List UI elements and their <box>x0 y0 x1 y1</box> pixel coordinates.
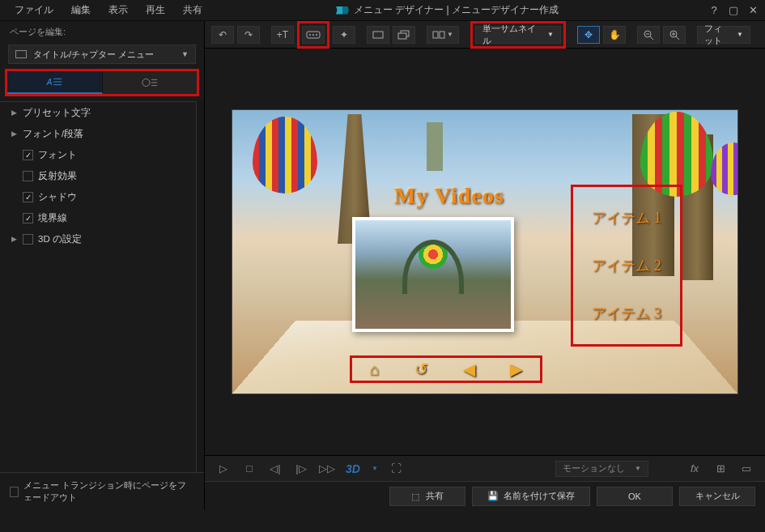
maximize-button[interactable]: ▢ <box>728 4 739 16</box>
svg-point-10 <box>312 34 314 36</box>
undo-button[interactable]: ↶ <box>211 26 234 44</box>
grid-button[interactable]: ⊞ <box>713 462 728 476</box>
rect-tool-button[interactable] <box>367 26 389 44</box>
work-area: ↶ ↷ +T ✦ ▼ 単一サムネイル ▼ ✥ ✋ <box>205 21 765 510</box>
chevron-down-icon: ▼ <box>737 31 743 38</box>
chevron-down-icon: ▼ <box>181 50 189 58</box>
svg-point-9 <box>309 34 311 36</box>
pan-tool-button[interactable]: ✋ <box>603 26 626 44</box>
3d-checkbox[interactable] <box>23 234 33 245</box>
shadow-checkbox[interactable] <box>23 192 33 202</box>
page-select-dropdown[interactable]: タイトル/チャプター メニュー ▼ <box>8 45 196 64</box>
safe-zone-button[interactable]: ▭ <box>739 462 754 476</box>
move-tool-button[interactable]: ✥ <box>577 26 600 44</box>
page-select-label: タイトル/チャプター メニュー <box>33 49 181 61</box>
app-logo-icon <box>336 6 349 15</box>
share-button[interactable]: ⬚ 共有 <box>389 487 465 506</box>
save-icon: 💾 <box>487 491 499 501</box>
redo-button[interactable]: ↷ <box>237 26 260 44</box>
svg-rect-16 <box>440 32 444 38</box>
chapter-item-1[interactable]: アイテム 1 <box>576 208 677 228</box>
statue-graphic <box>427 122 443 171</box>
panel-3d-settings[interactable]: ▶3D の設定 <box>6 228 189 249</box>
play-button[interactable]: ▷ <box>216 462 231 476</box>
video-thumbnail[interactable] <box>352 217 514 332</box>
footer-bar: ⬚ 共有 💾 名前を付けて保存 OK キャンセル <box>205 481 765 510</box>
title-bar: ファイル 編集 表示 再生 共有 メニュー デザイナー | メニューデザイナー作… <box>0 0 765 21</box>
add-button-button[interactable] <box>302 26 325 44</box>
fx-button[interactable]: fx <box>687 462 702 476</box>
ok-button[interactable]: OK <box>597 487 673 506</box>
border-checkbox[interactable] <box>23 213 33 223</box>
next-frame-button[interactable]: |▷ <box>294 462 308 476</box>
balloon-graphic <box>253 117 317 194</box>
share-icon: ⬚ <box>411 492 421 501</box>
fade-transition-checkbox[interactable] <box>10 487 19 497</box>
stop-button[interactable]: □ <box>242 462 257 476</box>
close-button[interactable]: ✕ <box>747 4 759 16</box>
svg-rect-12 <box>373 32 383 38</box>
balloon-graphic <box>711 143 738 195</box>
disclosure-icon: ▶ <box>10 109 18 117</box>
panel-border[interactable]: 境界線 <box>6 207 189 228</box>
chevron-down-icon: ▼ <box>547 31 554 38</box>
motion-dropdown[interactable]: モーションなし ▼ <box>555 461 648 477</box>
font-checkbox[interactable] <box>23 150 33 160</box>
menu-file[interactable]: ファイル <box>6 1 62 19</box>
zoom-out-button[interactable] <box>637 26 660 44</box>
canvas-toolbar: ↶ ↷ +T ✦ ▼ 単一サムネイル ▼ ✥ ✋ <box>205 21 765 49</box>
menu-play[interactable]: 再生 <box>138 1 173 19</box>
chapter-item-3[interactable]: アイテム 3 <box>576 304 677 323</box>
nav-up-button[interactable]: ↺ <box>414 360 428 379</box>
fullscreen-button[interactable]: ⛶ <box>389 462 404 476</box>
thumbnail-mode-dropdown[interactable]: 単一サムネイル ▼ <box>475 26 561 44</box>
playback-bar: ▷ □ ◁| |▷ ▷▷ 3D ▼ ⛶ モーションなし ▼ fx ⊞ ▭ <box>205 455 765 481</box>
nav-prev-button[interactable]: ◀ <box>463 360 475 379</box>
menu-title-text[interactable]: My Videos <box>394 183 504 209</box>
help-button[interactable]: ? <box>708 4 720 16</box>
panel-font-paragraph[interactable]: ▶フォント/段落 <box>6 123 189 144</box>
canvas-viewport[interactable]: My Videos アイテム 1 アイテム 2 アイテム 3 ⌂ ↺ ◀ ▶ <box>205 49 765 455</box>
nav-next-button[interactable]: ▶ <box>510 360 522 379</box>
prev-frame-button[interactable]: ◁| <box>268 462 283 476</box>
align-button[interactable]: ▼ <box>427 26 459 44</box>
cancel-button[interactable]: キャンセル <box>679 487 755 506</box>
layer-tool-button[interactable] <box>393 26 415 44</box>
3d-toggle-button[interactable]: 3D <box>346 462 360 476</box>
fade-option-row: メニュー トランジション時にページをフェードアウト <box>0 472 204 510</box>
menu-share[interactable]: 共有 <box>175 1 210 19</box>
thumbnail-image <box>355 220 511 329</box>
add-text-button[interactable]: +T <box>271 26 294 44</box>
sidebar-header: ページを編集: <box>0 21 204 41</box>
panel-preset-text[interactable]: ▶プリセット文字 <box>6 102 189 123</box>
tab-object-properties[interactable] <box>103 71 198 94</box>
nav-home-button[interactable]: ⌂ <box>370 360 380 379</box>
menu-canvas[interactable]: My Videos アイテム 1 アイテム 2 アイテム 3 ⌂ ↺ ◀ ▶ <box>232 109 738 394</box>
page-icon <box>15 50 27 58</box>
svg-text:A: A <box>46 78 53 87</box>
disclosure-icon: ▶ <box>10 235 18 243</box>
zoom-in-button[interactable] <box>663 26 686 44</box>
menu-view[interactable]: 表示 <box>100 1 136 19</box>
save-as-button[interactable]: 💾 名前を付けて保存 <box>472 487 590 506</box>
panel-reflection[interactable]: 反射効果 <box>6 165 189 186</box>
window-title: メニュー デザイナー | メニューデザイナー作成 <box>354 3 559 17</box>
zoom-level-dropdown[interactable]: フィット ▼ <box>697 26 750 44</box>
sidebar-tabs: A <box>5 69 199 96</box>
highlight-nav-buttons: ⌂ ↺ ◀ ▶ <box>350 355 542 383</box>
reflection-checkbox[interactable] <box>23 171 33 181</box>
menu-edit[interactable]: 編集 <box>63 1 99 19</box>
svg-rect-14 <box>398 33 406 39</box>
tab-text-properties[interactable]: A <box>7 71 103 94</box>
add-image-button[interactable]: ✦ <box>333 26 355 44</box>
svg-rect-15 <box>433 32 438 38</box>
fast-forward-button[interactable]: ▷▷ <box>320 462 334 476</box>
panel-shadow[interactable]: シャドウ <box>6 186 189 207</box>
panel-font[interactable]: フォント <box>6 144 189 165</box>
sidebar-scrollbar[interactable] <box>196 101 204 472</box>
highlight-chapter-items: アイテム 1 アイテム 2 アイテム 3 <box>571 185 682 347</box>
property-panel-list: ▶プリセット文字 ▶フォント/段落 フォント 反射効果 シャドウ 境界線 ▶3D… <box>0 101 196 472</box>
text-tab-icon: A <box>45 76 63 87</box>
fade-transition-label: メニュー トランジション時にページをフェードアウト <box>23 479 194 504</box>
chapter-item-2[interactable]: アイテム 2 <box>576 256 677 275</box>
